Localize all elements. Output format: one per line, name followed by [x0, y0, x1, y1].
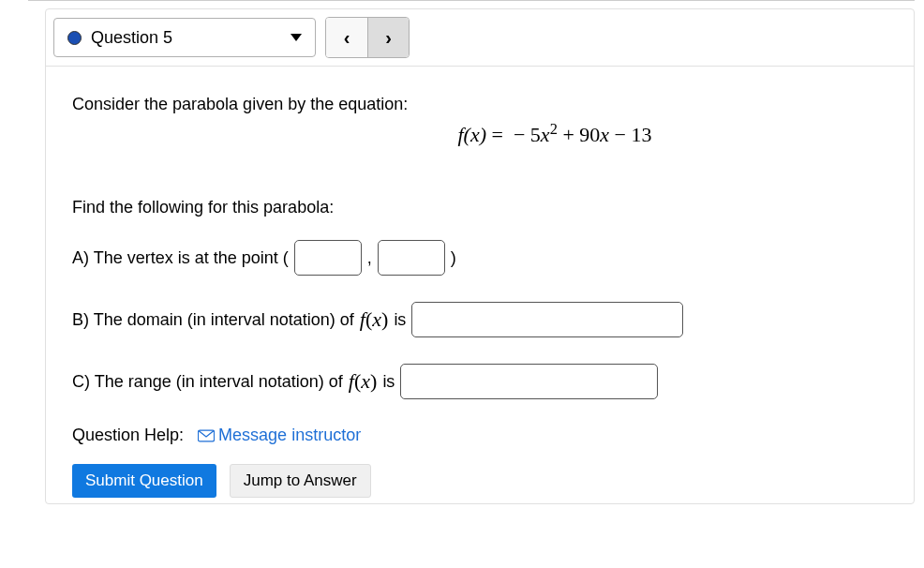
caret-down-icon — [291, 34, 302, 41]
help-label: Question Help: — [72, 426, 184, 444]
message-instructor-link[interactable]: Message instructor — [198, 426, 361, 444]
submit-question-button[interactable]: Submit Question — [72, 464, 216, 498]
part-b: B) The domain (in interval notation) of … — [72, 302, 887, 337]
button-row: Submit Question Jump to Answer — [72, 464, 887, 498]
next-question-button[interactable]: › — [367, 18, 409, 57]
part-a: A) The vertex is at the point ( , ) — [72, 240, 887, 276]
message-instructor-text: Message instructor — [218, 426, 361, 444]
question-label: Question 5 — [91, 28, 172, 48]
equation: f(x) = − 5x2 + 90x − 13 — [72, 120, 887, 151]
find-label: Find the following for this parabola: — [72, 198, 887, 217]
part-c-label-post: is — [382, 372, 395, 392]
prev-question-button[interactable]: ‹ — [326, 18, 367, 57]
vertex-x-input[interactable] — [294, 240, 362, 276]
question-header: Question 5 ‹ › — [46, 9, 914, 67]
close-paren: ) — [451, 248, 456, 268]
chevron-right-icon: › — [385, 27, 392, 49]
status-dot-icon — [67, 31, 82, 45]
question-help: Question Help: Message instructor — [72, 426, 887, 447]
question-selector[interactable]: Question 5 — [53, 18, 316, 57]
mail-icon — [198, 427, 215, 447]
part-a-label: A) The vertex is at the point ( — [72, 248, 289, 268]
comma: , — [367, 248, 372, 268]
question-nav: ‹ › — [325, 17, 410, 58]
part-c-label-pre: C) The range (in interval notation) of — [72, 372, 343, 392]
fx-b: f(x) — [360, 307, 389, 332]
part-b-label-pre: B) The domain (in interval notation) of — [72, 310, 354, 330]
jump-to-answer-button[interactable]: Jump to Answer — [230, 464, 371, 498]
domain-input[interactable] — [411, 302, 683, 337]
question-card: Question 5 ‹ › Consider the parabola giv… — [45, 8, 915, 504]
part-c: C) The range (in interval notation) of f… — [72, 364, 887, 399]
vertex-y-input[interactable] — [378, 240, 445, 276]
chevron-left-icon: ‹ — [344, 27, 350, 49]
range-input[interactable] — [400, 364, 658, 399]
question-body: Consider the parabola given by the equat… — [46, 67, 914, 503]
prompt-text: Consider the parabola given by the equat… — [72, 95, 887, 114]
part-b-label-post: is — [394, 310, 406, 330]
fx-c: f(x) — [349, 369, 378, 394]
